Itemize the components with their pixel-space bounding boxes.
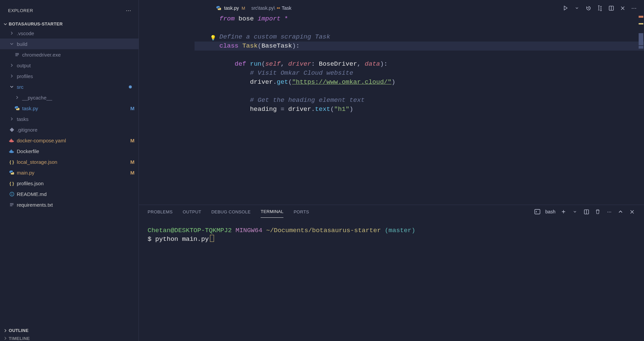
plus-icon[interactable]	[560, 208, 567, 215]
chevron-right-icon	[8, 74, 15, 78]
shell-name[interactable]: bash	[545, 209, 555, 214]
item-label: __pycache__	[22, 95, 52, 100]
code-content: from bose import * 💡Define a custom scra…	[152, 14, 644, 205]
close-panel-icon[interactable]	[629, 208, 635, 215]
file-task-py[interactable]: task.pyM	[0, 103, 139, 114]
split-icon[interactable]	[608, 5, 614, 11]
folder-output[interactable]: output	[0, 60, 139, 71]
folder--vscode[interactable]: .vscode	[0, 28, 139, 39]
terminal-content[interactable]: Chetan@DESKTOP-TQKMPJ2 MINGW64 ~/Documen…	[139, 218, 644, 341]
sidebar-bottom: OUTLINE TIMELINE	[0, 325, 139, 341]
editor-pane: task.py M src\task.py\ Task	[139, 2, 644, 205]
folder-build[interactable]: build	[0, 39, 139, 49]
tab-ports[interactable]: PORTS	[293, 206, 309, 218]
chevron-down-icon[interactable]	[572, 208, 578, 215]
file-local-storage-json[interactable]: { }local_storage.jsonM	[0, 156, 139, 167]
tab-terminal[interactable]: TERMINAL	[261, 206, 283, 218]
item-label: chromedriver.exe	[22, 52, 61, 58]
breadcrumb[interactable]: src\task.py\ Task	[249, 5, 291, 11]
run-icon[interactable]	[562, 5, 569, 11]
modified-badge: M	[130, 159, 135, 165]
folder-src[interactable]: src	[0, 81, 139, 92]
chevron-right-icon	[13, 95, 21, 99]
file-dockerfile[interactable]: Dockerfile	[0, 146, 139, 156]
item-label: .vscode	[17, 30, 34, 36]
tab-problems[interactable]: PROBLEMS	[148, 206, 173, 218]
editor-tab-task[interactable]: task.py M	[212, 2, 249, 14]
file-readme-md[interactable]: README.md	[0, 189, 139, 199]
close-icon[interactable]	[619, 5, 626, 11]
item-label: profiles	[17, 73, 33, 79]
python-icon	[216, 5, 221, 11]
chevron-down-icon	[3, 22, 8, 26]
chevron-right-icon	[8, 31, 15, 35]
docker-red-icon	[8, 138, 15, 143]
tab-output[interactable]: OUTPUT	[183, 206, 201, 218]
outline-label: OUTLINE	[9, 328, 29, 333]
more-icon[interactable]: ⋯	[124, 6, 132, 15]
file-profiles-json[interactable]: { }profiles.json	[0, 178, 139, 189]
python-icon	[13, 106, 21, 111]
item-label: requirements.txt	[17, 202, 53, 208]
editor-actions: ⋯	[562, 5, 641, 11]
breadcrumb-path: src\task.py\	[251, 5, 275, 11]
tab-row: task.py M src\task.py\ Task	[139, 2, 644, 14]
item-label: output	[17, 63, 31, 68]
project-header[interactable]: BOTASAURUS-STARTER	[0, 20, 139, 28]
tab-status-badge: M	[241, 6, 245, 11]
timeline-label: TIMELINE	[9, 336, 30, 341]
chevron-right-icon	[3, 336, 8, 340]
json-icon: { }	[8, 159, 15, 164]
terminal-line-2: $ python main.py	[148, 235, 635, 244]
modified-dot	[129, 85, 132, 88]
outline-section[interactable]: OUTLINE	[0, 325, 139, 336]
folder---pycache--[interactable]: __pycache__	[0, 92, 139, 103]
terminal-profile-icon[interactable]	[534, 208, 541, 215]
breadcrumb-symbol: Task	[282, 5, 291, 11]
file-main-py[interactable]: main.pyM	[0, 167, 139, 178]
chevron-up-icon[interactable]	[617, 208, 624, 215]
file-requirements-txt[interactable]: requirements.txt	[0, 199, 139, 210]
more-icon[interactable]: ⋯	[606, 208, 612, 215]
terminal-line-1: Chetan@DESKTOP-TQKMPJ2 MINGW64 ~/Documen…	[148, 226, 635, 235]
folder-tasks[interactable]: tasks	[0, 114, 139, 124]
folder-profiles[interactable]: profiles	[0, 71, 139, 81]
item-label: profiles.json	[17, 181, 44, 186]
item-label: local_storage.json	[17, 159, 57, 165]
item-label: task.py	[22, 106, 38, 111]
json-icon: { }	[8, 181, 15, 186]
text-icon	[13, 52, 21, 57]
git-icon	[8, 127, 15, 132]
editor-body[interactable]: from bose import * 💡Define a custom scra…	[139, 14, 644, 205]
symbol-class-icon	[276, 5, 281, 11]
explorer-sidebar: EXPLORER ⋯ BOTASAURUS-STARTER .vscodebui…	[0, 0, 139, 341]
item-label: Dockerfile	[17, 148, 39, 154]
explorer-title: EXPLORER	[8, 8, 33, 13]
file-docker-compose-yaml[interactable]: docker-compose.yamlM	[0, 135, 139, 146]
trash-icon[interactable]	[594, 208, 601, 215]
modified-badge: M	[130, 138, 135, 143]
text-icon	[8, 202, 15, 207]
svg-rect-11	[535, 209, 540, 214]
item-label: tasks	[17, 116, 29, 122]
diff-icon[interactable]	[596, 5, 603, 11]
item-label: README.md	[17, 191, 47, 197]
more-icon[interactable]: ⋯	[631, 5, 637, 11]
tab-filename: task.py	[224, 5, 239, 11]
chevron-down-icon[interactable]	[574, 5, 580, 11]
explorer-header: EXPLORER ⋯	[0, 0, 139, 20]
docker-blue-icon	[8, 149, 15, 153]
chevron-down-icon	[8, 42, 15, 46]
svg-point-4	[11, 193, 12, 193]
history-icon[interactable]	[585, 5, 592, 11]
info-icon	[8, 192, 15, 197]
timeline-section[interactable]: TIMELINE	[0, 336, 139, 341]
terminal-cursor	[210, 235, 214, 242]
panel-tabs: PROBLEMS OUTPUT DEBUG CONSOLE TERMINAL P…	[139, 205, 644, 218]
file--gitignore[interactable]: .gitignore	[0, 124, 139, 135]
split-terminal-icon[interactable]	[583, 208, 590, 215]
minimap[interactable]	[638, 14, 644, 205]
file-tree: .vscodebuildchromedriver.exeoutputprofil…	[0, 28, 139, 325]
file-chromedriver-exe[interactable]: chromedriver.exe	[0, 49, 139, 60]
tab-debug-console[interactable]: DEBUG CONSOLE	[211, 206, 251, 218]
